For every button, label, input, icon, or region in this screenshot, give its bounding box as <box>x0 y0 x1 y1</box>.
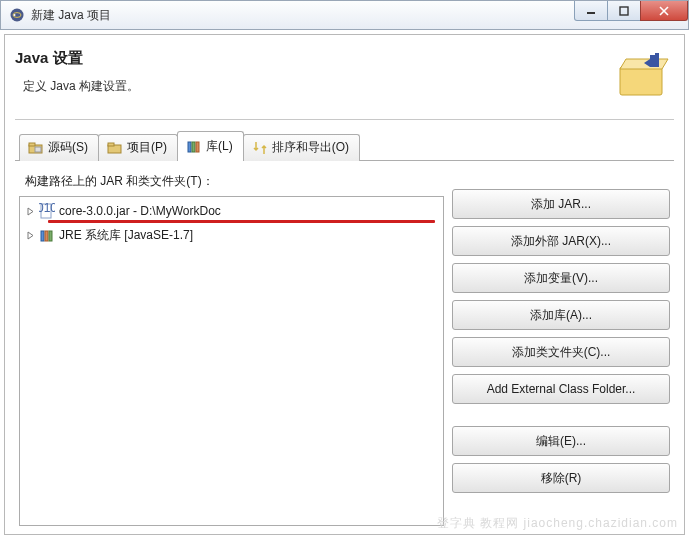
button-column: 添加 JAR... 添加外部 JAR(X)... 添加变量(V)... 添加库(… <box>452 171 670 526</box>
tab-projects[interactable]: 项目(P) <box>98 134 178 161</box>
svg-point-0 <box>11 9 24 22</box>
tree-item-jre[interactable]: JRE 系统库 [JavaSE-1.7] <box>24 225 439 246</box>
svg-rect-20 <box>41 231 44 241</box>
tab-source[interactable]: 源码(S) <box>19 134 99 161</box>
dialog-body: Java 设置 定义 Java 构建设置。 源码(S) 项目(P) <box>4 34 685 535</box>
svg-rect-17 <box>196 142 199 152</box>
svg-rect-12 <box>35 147 41 152</box>
tab-order-export[interactable]: 排序和导出(O) <box>243 134 360 161</box>
remove-button[interactable]: 移除(R) <box>452 463 670 493</box>
jar-file-icon: 010 <box>39 203 55 219</box>
close-button[interactable] <box>640 1 688 21</box>
expander-icon[interactable] <box>26 231 35 240</box>
library-icon <box>186 139 202 155</box>
tree-item-jar-label: core-3.0.0.jar - D:\MyWorkDoc <box>59 204 221 218</box>
minimize-button[interactable] <box>574 1 608 21</box>
add-external-class-folder-button[interactable]: Add External Class Folder... <box>452 374 670 404</box>
dialog-header: Java 设置 定义 Java 构建设置。 <box>15 49 674 105</box>
svg-rect-4 <box>620 7 628 15</box>
svg-rect-22 <box>49 231 52 241</box>
tree-label: 构建路径上的 JAR 和类文件夹(T)： <box>25 173 444 190</box>
svg-point-2 <box>14 14 16 16</box>
add-library-button[interactable]: 添加库(A)... <box>452 300 670 330</box>
jre-library-icon <box>39 228 55 244</box>
order-export-icon <box>252 140 268 156</box>
add-class-folder-button[interactable]: 添加类文件夹(C)... <box>452 337 670 367</box>
folder-header-icon <box>614 49 670 105</box>
tab-libraries[interactable]: 库(L) <box>177 131 244 161</box>
svg-rect-21 <box>45 231 48 241</box>
add-external-jar-button[interactable]: 添加外部 JAR(X)... <box>452 226 670 256</box>
svg-rect-9 <box>655 53 659 67</box>
svg-text:010: 010 <box>39 203 55 215</box>
tree-item-jar[interactable]: 010 core-3.0.0.jar - D:\MyWorkDoc <box>24 201 439 221</box>
eclipse-icon <box>9 7 25 23</box>
highlight-underline <box>48 220 435 223</box>
window-titlebar: 新建 Java 项目 <box>0 0 689 30</box>
projects-folder-icon <box>107 140 123 156</box>
window-controls <box>575 1 688 29</box>
expander-icon[interactable] <box>26 207 35 216</box>
edit-button[interactable]: 编辑(E)... <box>452 426 670 456</box>
page-title: Java 设置 <box>15 49 139 68</box>
maximize-button[interactable] <box>607 1 641 21</box>
libraries-panel: 构建路径上的 JAR 和类文件夹(T)： 010 core-3.0.0.jar … <box>15 161 674 530</box>
svg-rect-11 <box>29 143 35 146</box>
source-folder-icon <box>28 140 44 156</box>
svg-rect-7 <box>620 67 662 95</box>
classpath-tree[interactable]: 010 core-3.0.0.jar - D:\MyWorkDoc JRE 系统… <box>19 196 444 526</box>
window-title: 新建 Java 项目 <box>31 7 575 24</box>
tab-order-label: 排序和导出(O) <box>272 139 349 156</box>
tree-item-jre-label: JRE 系统库 [JavaSE-1.7] <box>59 227 193 244</box>
button-spacer <box>452 411 670 419</box>
tree-panel: 构建路径上的 JAR 和类文件夹(T)： 010 core-3.0.0.jar … <box>19 171 444 526</box>
svg-rect-16 <box>192 142 195 152</box>
tab-projects-label: 项目(P) <box>127 139 167 156</box>
svg-rect-14 <box>108 143 114 146</box>
tab-bar: 源码(S) 项目(P) 库(L) 排序和导出(O) <box>15 130 674 161</box>
tab-libraries-label: 库(L) <box>206 138 233 155</box>
add-jar-button[interactable]: 添加 JAR... <box>452 189 670 219</box>
tab-source-label: 源码(S) <box>48 139 88 156</box>
page-subtitle: 定义 Java 构建设置。 <box>23 78 139 95</box>
svg-rect-15 <box>188 142 191 152</box>
add-variable-button[interactable]: 添加变量(V)... <box>452 263 670 293</box>
header-text: Java 设置 定义 Java 构建设置。 <box>15 49 139 95</box>
watermark-text: 登字典 教程网 jiaocheng.chazidian.com <box>437 515 678 532</box>
section-divider <box>15 119 674 120</box>
